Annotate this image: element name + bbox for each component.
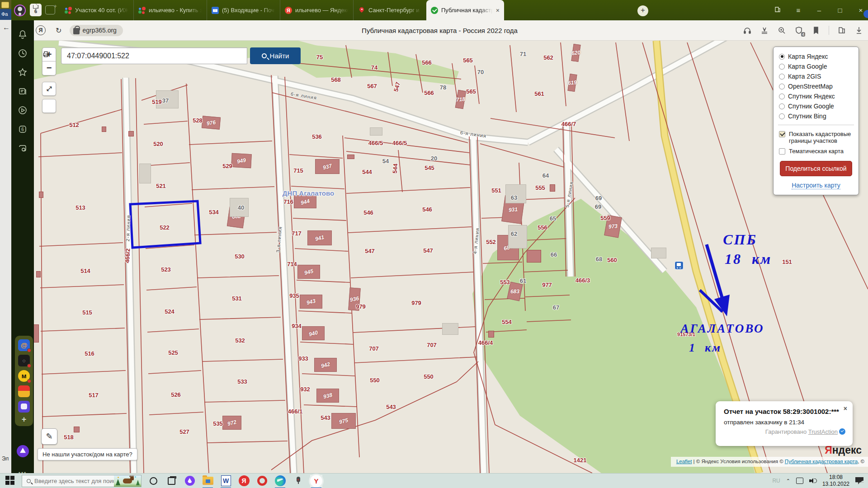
radio-icon[interactable]: [779, 64, 785, 70]
disk-app-icon[interactable]: [18, 401, 30, 413]
radio-icon[interactable]: [779, 54, 785, 60]
fullscreen-button[interactable]: ⤢: [42, 82, 56, 96]
microphone-app-icon[interactable]: [292, 475, 304, 487]
reload-button[interactable]: ↻: [56, 26, 61, 35]
screenshot-camera-icon[interactable]: [17, 143, 28, 154]
zoom-page-icon[interactable]: [777, 26, 786, 35]
downloads-icon[interactable]: [854, 26, 863, 35]
address-bar[interactable]: egrp365.org: [70, 25, 123, 36]
yandex-mail-app-icon[interactable]: [18, 385, 30, 397]
yandex-button[interactable]: Я: [36, 25, 46, 35]
layer-option-0[interactable]: Карта Яндекс: [774, 52, 859, 61]
minimize-button[interactable]: –: [816, 6, 823, 14]
task-view-button[interactable]: [165, 475, 178, 487]
layer-option-6[interactable]: Спутник Bing: [774, 111, 859, 121]
edge-icon[interactable]: [274, 475, 286, 487]
articles-icon[interactable]: [17, 86, 28, 97]
start-button[interactable]: [5, 476, 15, 486]
tab-mail-inbox[interactable]: (5) Входящие - Почта Mai: [207, 0, 280, 20]
layer-option-2[interactable]: Карта 2GIS: [774, 71, 859, 81]
clock[interactable]: 18:0813.10.2022: [822, 474, 849, 488]
leaflet-link[interactable]: Leaflet: [676, 459, 692, 464]
file-explorer-icon[interactable]: [202, 475, 214, 487]
tab-yandex-search[interactable]: Я ильичево — Яндекс: нашл: [280, 0, 353, 20]
home-tabs-button[interactable]: 6: [30, 4, 42, 16]
radio-icon[interactable]: [779, 113, 785, 119]
share-link-button[interactable]: Поделиться ссылкой: [780, 161, 852, 176]
radio-icon[interactable]: [779, 103, 785, 109]
notifications-bell-icon[interactable]: [17, 29, 28, 40]
search-highlight-image[interactable]: [114, 475, 141, 487]
radio-icon[interactable]: [779, 84, 785, 89]
not-found-tooltip[interactable]: Не нашли участок/дом на карте?: [38, 448, 137, 460]
side-panel-icon[interactable]: [774, 6, 781, 14]
cadastral-map[interactable]: 9769499379449419459439409429389759729316…: [34, 41, 868, 473]
parcel-label: 979: [356, 303, 366, 310]
metrica-app-icon[interactable]: м: [18, 370, 30, 382]
tab-cadastral-map-active[interactable]: Публичная кадастрова ×: [426, 0, 504, 20]
word-icon[interactable]: W: [220, 475, 232, 487]
tab-close-icon[interactable]: ×: [496, 7, 500, 14]
layer-option-label: Карта 2GIS: [788, 73, 821, 80]
pkk-link[interactable]: Публичная кадастровая карта: [785, 459, 858, 464]
layer-option-3[interactable]: OpenStreetMap: [774, 81, 859, 91]
menu-icon[interactable]: ≡: [795, 6, 802, 14]
listen-headphones-icon[interactable]: [743, 26, 752, 35]
bookmarks-star-icon[interactable]: [17, 67, 28, 78]
taskbar-search[interactable]: [22, 475, 142, 487]
collections-icon[interactable]: [837, 26, 846, 35]
alice-taskbar-icon[interactable]: [184, 475, 196, 487]
zoom-out-button[interactable]: −: [42, 61, 56, 75]
parcel-label: 545: [425, 164, 434, 171]
opera-icon[interactable]: [256, 475, 268, 487]
mailru-app-icon[interactable]: @: [18, 339, 30, 351]
volume-icon[interactable]: [809, 478, 816, 484]
checkbox-thematic[interactable]: Тематическая карта: [774, 146, 859, 156]
popup-close-icon[interactable]: ×: [844, 405, 847, 412]
display-tray-icon[interactable]: [796, 478, 803, 484]
bookmark-flag-icon[interactable]: [811, 26, 821, 35]
tab-uchastok[interactable]: Участок 40 сот. (ИЖС) — О: [60, 0, 133, 20]
add-app-plus-button[interactable]: +: [18, 413, 30, 425]
history-clock-icon[interactable]: [17, 48, 28, 59]
new-tab-button[interactable]: +: [637, 5, 648, 16]
profile-avatar[interactable]: [14, 5, 26, 16]
reader-mode-icon[interactable]: [760, 26, 769, 35]
checkbox-icon[interactable]: [779, 131, 785, 137]
layer-option-1[interactable]: Карта Google: [774, 61, 859, 71]
yandex-app-icon[interactable]: Я: [238, 475, 250, 487]
parcel-label: 61: [520, 277, 526, 284]
language-indicator[interactable]: RU: [772, 478, 780, 484]
search-input[interactable]: [61, 47, 247, 64]
layer-option-4[interactable]: Спутник Яндекс: [774, 91, 859, 101]
configure-map-link[interactable]: Настроить карту: [792, 182, 840, 189]
tab-spb-region[interactable]: Санкт-Петербург и Ленин: [353, 0, 426, 20]
video-play-icon[interactable]: [17, 105, 28, 116]
messenger-app-icon[interactable]: ◌: [18, 355, 30, 366]
search-button[interactable]: Найти: [250, 47, 301, 64]
draw-pencil-button[interactable]: ✎: [41, 428, 57, 445]
layer-option-label: Спутник Bing: [788, 113, 826, 120]
trustaction-link[interactable]: TrustAction: [808, 428, 838, 435]
building: [527, 250, 541, 263]
radio-icon[interactable]: [779, 74, 785, 80]
yandex-browser-icon[interactable]: Y: [310, 475, 322, 487]
parcel-label: 466/5: [368, 140, 383, 146]
tab-ilyichevo-kupit[interactable]: ильичево - Купить земель: [133, 0, 207, 20]
back-arrow-icon[interactable]: ←: [3, 23, 10, 32]
tray-expand-chevron[interactable]: ⌃: [786, 478, 790, 484]
tab-groups-icon[interactable]: [45, 5, 55, 14]
print-button[interactable]: [42, 99, 56, 113]
cortana-button[interactable]: [147, 475, 160, 487]
protect-shield-icon[interactable]: 4: [794, 26, 803, 35]
checkbox-cadastral-borders[interactable]: Показать кадастровые границы участков: [774, 129, 859, 146]
layer-option-5[interactable]: Спутник Google: [774, 101, 859, 111]
parcel-label: 543: [386, 404, 396, 410]
tabs-counter[interactable]: 6: [17, 124, 28, 135]
maximize-button[interactable]: □: [836, 6, 844, 14]
radio-icon[interactable]: [779, 94, 785, 99]
notifications-icon[interactable]: 1: [855, 477, 863, 484]
taskbar-search-input[interactable]: [34, 478, 116, 484]
checkbox-icon[interactable]: [779, 148, 785, 155]
alice-icon[interactable]: [17, 445, 29, 457]
